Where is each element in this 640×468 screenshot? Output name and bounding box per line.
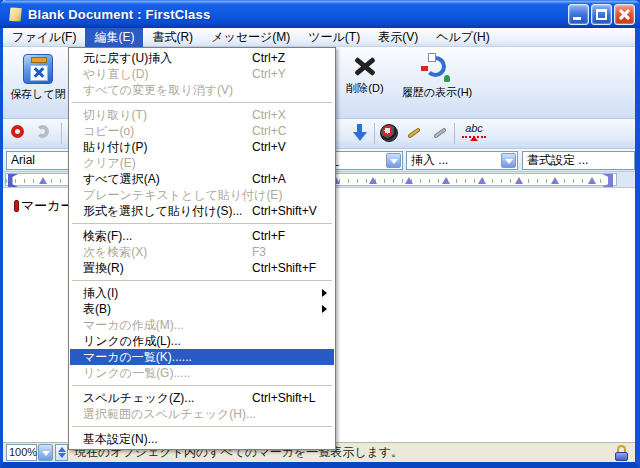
spellcheck-icon[interactable]: abc <box>462 123 486 143</box>
menu-item-label: マーカの一覧(K)...... <box>83 350 192 364</box>
eyedropper-disabled-icon <box>430 124 450 143</box>
spellcheck-icon-text: abc <box>462 123 486 134</box>
left-indent-marker[interactable] <box>8 174 18 187</box>
target-icon[interactable] <box>380 124 398 142</box>
menu-item-copy: コピー(o)Ctrl+C <box>70 123 334 139</box>
redo-icon[interactable] <box>36 125 49 138</box>
titlebar[interactable]: Blank Document : FirstClass <box>0 0 640 28</box>
menu-item-shortcut: Ctrl+Shift+F <box>252 260 316 276</box>
menu-item-link-list: リンクの一覧(G)..... <box>70 365 334 381</box>
zoom-dropdown-button[interactable] <box>38 444 53 461</box>
menu-view[interactable]: 表示(V) <box>369 28 427 47</box>
menu-format[interactable]: 書式(R) <box>143 28 202 47</box>
marker-icon[interactable] <box>14 200 19 212</box>
menu-item-table[interactable]: 表(B) <box>70 301 334 317</box>
save-close-button[interactable]: 保存して閉 <box>7 54 69 102</box>
tab-marker[interactable] <box>39 177 47 184</box>
menu-item-label: やり直し(D) <box>83 67 149 81</box>
insert-select[interactable]: 挿入 ... <box>406 151 518 170</box>
minimize-button[interactable] <box>568 4 589 25</box>
menu-message[interactable]: メッセージ(M) <box>202 28 299 47</box>
save-close-icon <box>23 54 53 84</box>
menu-help[interactable]: ヘルプ(H) <box>427 28 499 47</box>
undo-icon[interactable] <box>11 125 24 138</box>
menu-item-clear: クリア(E) <box>70 155 334 171</box>
chevron-down-icon[interactable] <box>501 153 516 168</box>
menu-item-label: クリア(E) <box>83 156 136 170</box>
tab-marker[interactable] <box>588 177 596 184</box>
menu-item-shortcut: Ctrl+C <box>252 123 286 139</box>
submenu-arrow-icon <box>322 289 327 297</box>
menu-file[interactable]: ファイル(F) <box>3 28 85 47</box>
menu-item-preferences[interactable]: 基本設定(N)... <box>70 431 334 447</box>
format-settings-field[interactable]: 書式設定 ... <box>522 151 635 170</box>
format-settings-value: 書式設定 ... <box>527 153 588 167</box>
menu-separator <box>72 385 332 386</box>
tab-marker[interactable] <box>405 177 413 184</box>
toolbar-separator <box>61 123 62 144</box>
eyedropper-icon[interactable] <box>404 124 424 143</box>
menu-item-label: 貼り付け(P) <box>83 140 148 154</box>
right-indent-marker[interactable] <box>602 174 613 187</box>
history-label: 履歴の表示(H) <box>395 85 479 100</box>
menu-item-marker-list[interactable]: マーカの一覧(K)...... <box>70 349 334 365</box>
insert-value: 挿入 ... <box>411 153 448 167</box>
close-button[interactable] <box>614 4 635 25</box>
lock-icon <box>615 445 629 461</box>
toolbar-separator <box>374 123 375 144</box>
menu-item-find[interactable]: 検索(F)...Ctrl+F <box>70 228 334 244</box>
delete-x-icon <box>352 54 378 78</box>
menu-tools[interactable]: ツール(T) <box>299 28 369 47</box>
maximize-icon <box>596 9 607 20</box>
window-title: Blank Document : FirstClass <box>28 7 210 22</box>
menu-item-paste-special[interactable]: 形式を選択して貼り付け(S)...Ctrl+Shift+V <box>70 203 334 219</box>
menu-item-shortcut: Ctrl+V <box>252 139 286 155</box>
tab-marker[interactable] <box>442 177 450 184</box>
menu-item-undo-all: すべての変更を取り消す(V) <box>70 82 334 98</box>
history-icon <box>422 54 452 82</box>
menu-item-label: すべての変更を取り消す(V) <box>83 83 233 97</box>
menu-item-spellcheck[interactable]: スペルチェック(Z)...Ctrl+Shift+L <box>70 390 334 406</box>
menu-item-replace[interactable]: 置換(R)Ctrl+Shift+F <box>70 260 334 276</box>
tab-marker[interactable] <box>515 177 523 184</box>
menu-item-label: リンクの作成(L)... <box>83 334 181 348</box>
menu-item-redo: やり直し(D)Ctrl+Y <box>70 66 334 82</box>
tab-marker[interactable] <box>551 177 559 184</box>
menu-item-label: 検索(F)... <box>83 229 132 243</box>
menu-separator <box>72 280 332 281</box>
menu-separator <box>72 102 332 103</box>
menu-item-undo[interactable]: 元に戻す(U)挿入Ctrl+Z <box>70 50 334 66</box>
zoom-level-field[interactable]: 100% <box>6 444 37 461</box>
menu-item-label: マーカの作成(M)... <box>83 318 184 332</box>
menu-item-shortcut: Ctrl+Shift+V <box>252 203 317 219</box>
spinner-up-icon[interactable] <box>58 447 66 452</box>
menu-item-label: 切り取り(T) <box>83 108 147 122</box>
font-value: Arial <box>11 153 35 167</box>
menu-item-label: プレーンテキストとして貼り付け(E) <box>83 188 282 202</box>
tab-marker[interactable] <box>369 177 377 184</box>
spinner-down-icon[interactable] <box>58 453 66 458</box>
menu-item-shortcut: Ctrl+X <box>252 107 286 123</box>
menu-item-label: 選択範囲のスペルチェック(H)... <box>83 407 256 421</box>
delete-label: 削除(D) <box>335 81 395 96</box>
menu-edit[interactable]: 編集(E) <box>85 28 143 47</box>
maximize-button[interactable] <box>591 4 612 25</box>
toolbar-separator <box>454 123 455 144</box>
menu-item-label: 元に戻す(U)挿入 <box>83 51 172 65</box>
menu-item-label: コピー(o) <box>83 124 134 138</box>
menu-item-insert[interactable]: 挿入(I) <box>70 285 334 301</box>
menu-item-select-all[interactable]: すべて選択(A)Ctrl+A <box>70 171 334 187</box>
application-window: Blank Document : FirstClass ファイル(F) 編集(E… <box>0 0 640 468</box>
history-button[interactable]: 履歴の表示(H) <box>395 54 479 100</box>
menu-item-create-marker: マーカの作成(M)... <box>70 317 334 333</box>
menu-item-shortcut: Ctrl+Shift+L <box>252 390 315 406</box>
menu-item-create-link[interactable]: リンクの作成(L)... <box>70 333 334 349</box>
zoom-spinner[interactable] <box>55 444 68 461</box>
save-close-label: 保存して閉 <box>7 87 69 102</box>
chevron-down-icon[interactable] <box>386 153 401 168</box>
delete-button[interactable]: 削除(D) <box>335 54 395 96</box>
menu-item-paste[interactable]: 貼り付け(P)Ctrl+V <box>70 139 334 155</box>
tab-marker[interactable] <box>478 177 486 184</box>
submenu-arrow-icon <box>322 305 327 313</box>
menu-item-shortcut: F3 <box>252 244 266 260</box>
